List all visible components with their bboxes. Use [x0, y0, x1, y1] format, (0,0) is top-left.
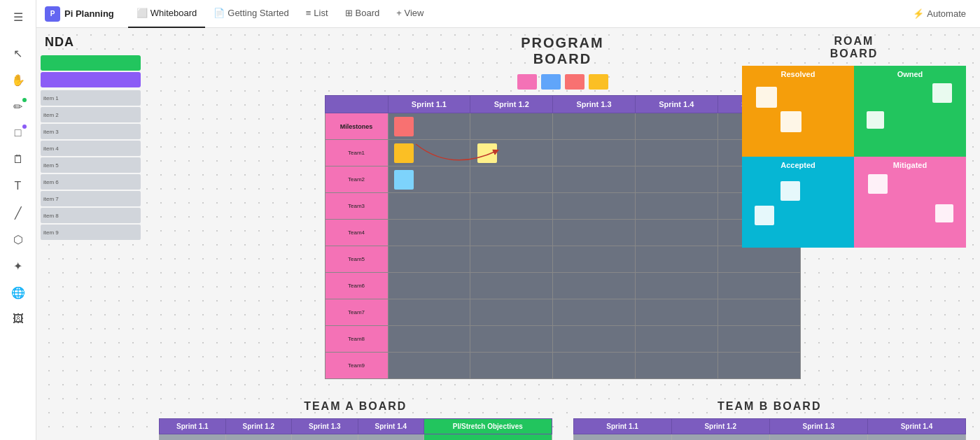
list-icon: ≡: [306, 8, 312, 18]
milestone-sprint1: [388, 113, 470, 140]
tab-getting-started-label: Getting Started: [227, 8, 288, 18]
app-title: Pi Planning: [64, 8, 114, 19]
sprint-header-1: Sprint 1.1: [388, 96, 470, 113]
hand-icon[interactable]: ✋: [7, 69, 29, 91]
team-b-sprint3: Sprint 1.3: [769, 419, 867, 434]
team-a-sprint4: Sprint 1.4: [358, 419, 424, 434]
topnav: P Pi Planning ⬜ Whiteboard 📄 Getting Sta…: [36, 0, 980, 28]
list-item: item 1: [41, 90, 141, 106]
accepted-label: Accepted: [742, 157, 854, 172]
team-a-title: TEAM A BOARD: [159, 400, 552, 413]
sidebar: ☰ ↖ ✋ ✏ □ 🗒 T ╱ ⬡ ✦ 🌐 🖼: [0, 0, 36, 440]
roam-cell-accepted: Accepted: [742, 157, 854, 248]
automate-button[interactable]: ⚡ Automate: [907, 6, 972, 22]
program-board-wrapper: Sprint 1.1 Sprint 1.2 Sprint 1.3 Sprint …: [325, 95, 801, 379]
mitigated-label: Mitigated: [854, 157, 966, 172]
pencil-icon[interactable]: ✏: [7, 95, 29, 118]
tab-list-label: List: [314, 8, 328, 18]
sprint-header-4: Sprint 1.4: [635, 96, 718, 113]
roam-cell-owned: Owned: [854, 66, 966, 157]
table-row: Team9: [325, 353, 800, 379]
pencil-dot: [22, 98, 27, 102]
table-row: Team1: [325, 140, 800, 166]
tab-board[interactable]: ⊞ Board: [337, 0, 388, 28]
agenda-green-bar: [41, 55, 141, 71]
whiteboard-icon: ⬜: [136, 8, 148, 18]
table-row: Team4: [325, 220, 800, 246]
list-item: item 3: [41, 124, 141, 139]
globe-icon[interactable]: 🌐: [7, 281, 29, 304]
star-icon[interactable]: ✦: [7, 255, 29, 277]
sticky-red: [565, 74, 584, 90]
agenda-purple-bar: [41, 72, 141, 87]
sticky-icon[interactable]: 🗒: [7, 148, 29, 171]
automate-label: Automate: [927, 8, 966, 19]
sticky-blue: [541, 74, 561, 90]
sticky-yellow: [589, 74, 608, 90]
line-icon[interactable]: ╱: [7, 201, 29, 224]
team-b-sprint4: Sprint 1.4: [867, 419, 965, 434]
tab-getting-started[interactable]: 📄 Getting Started: [205, 0, 297, 28]
roam-sticky: [756, 87, 777, 108]
app-icon: P: [45, 6, 60, 22]
tab-list[interactable]: ≡ List: [298, 0, 337, 28]
roam-sticky: [868, 174, 888, 194]
hamburger-icon[interactable]: ☰: [7, 6, 29, 28]
table-row: [573, 434, 966, 441]
board-icon: ⊞: [345, 8, 353, 18]
roam-cell-resolved: Resolved: [742, 66, 854, 157]
table-row: Team7: [325, 299, 800, 326]
team-b-table: Sprint 1.1 Sprint 1.2 Sprint 1.3 Sprint …: [573, 418, 967, 440]
table-row: Team8: [325, 326, 800, 353]
tab-whiteboard[interactable]: ⬜ Whiteboard: [128, 0, 205, 28]
list-item: item 8: [41, 208, 141, 223]
list-item: item 5: [41, 157, 141, 173]
tab-whiteboard-label: Whiteboard: [150, 8, 197, 18]
list-item: item 6: [41, 174, 141, 190]
tab-board-label: Board: [356, 8, 380, 18]
table-row: Team6: [325, 273, 800, 299]
list-item: item 4: [41, 141, 141, 156]
team-b-sprint1: Sprint 1.1: [573, 419, 671, 434]
roam-sticky: [755, 206, 774, 225]
network-icon[interactable]: ⬡: [7, 228, 29, 250]
list-item: item 9: [41, 225, 141, 240]
team-a-table: Sprint 1.1 Sprint 1.2 Sprint 1.3 Sprint …: [159, 418, 552, 440]
text-icon[interactable]: T: [7, 175, 29, 197]
list-item: item 2: [41, 107, 141, 122]
cursor-icon[interactable]: ↖: [7, 42, 29, 64]
owned-label: Owned: [854, 66, 966, 81]
roam-sticky: [780, 111, 802, 132]
roam-section: ROAM BOARD Resolved Owned Acc: [742, 35, 966, 248]
roam-sticky: [932, 83, 952, 103]
sticky-pink: [517, 74, 537, 90]
team-a-sprint2: Sprint 1.2: [225, 419, 292, 434]
list-item: item 7: [41, 191, 141, 206]
team-b-section: TEAM B BOARD Sprint 1.1 Sprint 1.2 Sprin…: [573, 400, 967, 440]
tab-view[interactable]: + View: [388, 0, 432, 28]
table-row: Team2: [325, 166, 800, 193]
team-b-sprint2: Sprint 1.2: [671, 419, 769, 434]
table-row: Team3: [325, 193, 800, 220]
automate-icon: ⚡: [913, 8, 924, 19]
milestone-sprint2: [470, 113, 553, 140]
boards-row: TEAM A BOARD Sprint 1.1 Sprint 1.2 Sprin…: [159, 400, 966, 440]
roam-cell-mitigated: Mitigated: [854, 157, 966, 248]
milestone-label: Milestones: [325, 113, 388, 140]
roam-grid: Resolved Owned Accepted: [742, 66, 966, 248]
image-icon[interactable]: 🖼: [7, 308, 29, 330]
table-row: Team5: [325, 246, 800, 273]
table-row: [160, 434, 552, 441]
main-area: P Pi Planning ⬜ Whiteboard 📄 Getting Sta…: [36, 0, 980, 440]
sprint-header-3: Sprint 1.3: [553, 96, 636, 113]
agenda-title: NDA: [36, 28, 145, 54]
shape-icon[interactable]: □: [7, 122, 29, 144]
topnav-tabs: ⬜ Whiteboard 📄 Getting Started ≡ List ⊞ …: [128, 0, 905, 28]
milestones-row: Milestones: [325, 113, 800, 140]
agenda-rows: item 1 item 2 item 3 item 4 item 5 item …: [36, 90, 145, 240]
team-a-sprint3: Sprint 1.3: [292, 419, 358, 434]
milestone-sprint3: [553, 113, 636, 140]
canvas: NDA item 1 item 2 item 3 item 4 item 5 i…: [36, 28, 980, 440]
header-empty: [325, 96, 388, 113]
team-b-title: TEAM B BOARD: [573, 400, 967, 413]
